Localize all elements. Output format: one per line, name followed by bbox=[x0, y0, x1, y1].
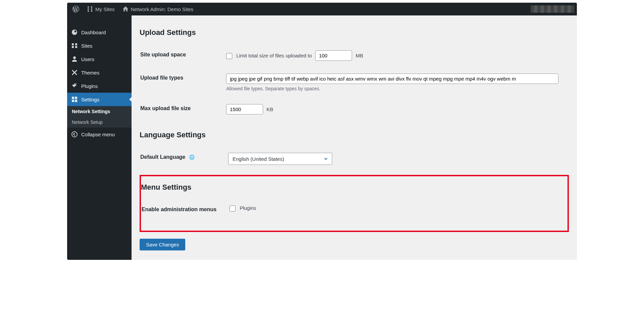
default-language-label: Default Language 🌐 bbox=[140, 147, 224, 171]
site-upload-space-row: Limit total size of files uploaded to MB bbox=[226, 53, 363, 58]
network-admin-link[interactable]: Network Admin: Demo Sites bbox=[119, 3, 196, 15]
settings-icon bbox=[71, 96, 78, 103]
plugins-checkbox-label: Plugins bbox=[240, 205, 256, 211]
user-area-pixelated bbox=[531, 5, 574, 13]
translate-icon: 🌐 bbox=[189, 154, 195, 160]
submenu-network-settings[interactable]: Network Settings bbox=[67, 106, 132, 117]
network-admin-label: Network Admin: Demo Sites bbox=[131, 6, 194, 12]
plugins-checkbox-row: Plugins bbox=[230, 205, 256, 211]
sidebar-item-label: Settings bbox=[81, 97, 99, 102]
admin-bar: My Sites Network Admin: Demo Sites bbox=[67, 3, 577, 15]
sidebar-item-settings[interactable]: Settings bbox=[67, 93, 132, 106]
content-area: Upload Settings Site upload space Limit … bbox=[132, 15, 577, 260]
max-upload-size-label: Max upload file size bbox=[140, 98, 222, 121]
upload-space-input[interactable] bbox=[315, 50, 352, 61]
users-icon bbox=[71, 56, 78, 62]
submenu-network-setup[interactable]: Network Setup bbox=[67, 117, 132, 128]
default-language-selected: English (United States) bbox=[233, 156, 284, 162]
menu-settings-heading: Menu Settings bbox=[141, 183, 567, 192]
my-sites-link[interactable]: My Sites bbox=[84, 3, 117, 15]
max-upload-size-unit: KB bbox=[266, 106, 273, 112]
upload-file-types-desc: Allowed file types. Separate types by sp… bbox=[226, 86, 558, 91]
themes-icon bbox=[71, 69, 78, 76]
default-language-select[interactable]: English (United States) bbox=[228, 153, 332, 165]
language-settings-heading: Language Settings bbox=[140, 131, 569, 139]
svg-point-4 bbox=[72, 132, 77, 137]
settings-submenu: Network Settings Network Setup bbox=[67, 106, 132, 128]
collapse-label: Collapse menu bbox=[81, 132, 115, 137]
limit-upload-checkbox[interactable] bbox=[226, 53, 232, 59]
plugins-icon bbox=[71, 83, 78, 89]
menu-settings-highlight: Menu Settings Enable administration menu… bbox=[140, 175, 569, 232]
network-icon bbox=[87, 6, 93, 12]
sites-icon bbox=[71, 42, 78, 49]
admin-sidebar: Dashboard Sites Users Themes Plugins bbox=[67, 15, 132, 260]
sidebar-item-sites[interactable]: Sites bbox=[67, 39, 132, 52]
upload-space-unit: MB bbox=[356, 53, 363, 58]
sidebar-item-label: Sites bbox=[81, 43, 92, 49]
svg-rect-2 bbox=[72, 100, 74, 102]
site-upload-space-label: Site upload space bbox=[140, 44, 222, 67]
sidebar-item-label: Users bbox=[81, 56, 94, 62]
enable-plugins-menu-checkbox[interactable] bbox=[230, 205, 236, 211]
sidebar-item-users[interactable]: Users bbox=[67, 52, 132, 66]
upload-file-types-input[interactable] bbox=[226, 74, 558, 84]
sidebar-item-label: Dashboard bbox=[81, 30, 106, 35]
my-sites-label: My Sites bbox=[95, 6, 115, 12]
sidebar-item-dashboard[interactable]: Dashboard bbox=[67, 26, 132, 39]
upload-settings-heading: Upload Settings bbox=[140, 28, 569, 37]
home-icon bbox=[122, 6, 129, 12]
sidebar-item-label: Plugins bbox=[81, 83, 98, 89]
collapse-menu[interactable]: Collapse menu bbox=[67, 128, 132, 141]
dashboard-icon bbox=[71, 29, 78, 36]
limit-upload-text: Limit total size of files uploaded to bbox=[236, 53, 312, 58]
sidebar-item-label: Themes bbox=[81, 70, 99, 76]
sidebar-item-themes[interactable]: Themes bbox=[67, 66, 132, 79]
enable-admin-menus-label: Enable administration menus bbox=[142, 199, 226, 220]
svg-rect-0 bbox=[72, 97, 74, 99]
svg-rect-3 bbox=[75, 100, 77, 102]
sidebar-item-plugins[interactable]: Plugins bbox=[67, 79, 132, 93]
max-upload-size-input[interactable] bbox=[226, 104, 263, 114]
upload-file-types-label: Upload file types bbox=[140, 67, 222, 97]
svg-rect-1 bbox=[75, 97, 77, 99]
wp-logo-item[interactable] bbox=[70, 3, 82, 15]
chevron-down-icon bbox=[323, 156, 329, 161]
save-changes-button[interactable]: Save Changes bbox=[140, 239, 185, 250]
wordpress-logo-icon bbox=[72, 6, 79, 12]
collapse-icon bbox=[71, 131, 78, 138]
